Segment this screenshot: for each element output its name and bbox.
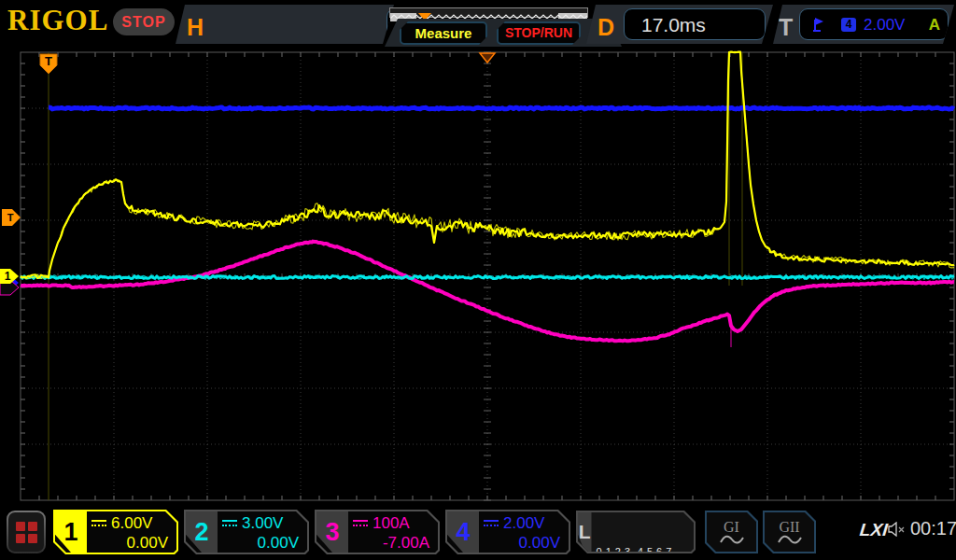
channel-2-scale: 3.00V — [242, 514, 283, 533]
channel-1-offset: 0.00V — [91, 534, 168, 553]
channel-1-number: 1 — [55, 511, 87, 553]
channel-3-number: 3 — [316, 511, 348, 553]
source2-label: GII — [779, 520, 799, 535]
channel-3-offset: -7.00A — [353, 534, 429, 553]
logic-label: L — [578, 512, 592, 552]
dc-coupling-icon — [91, 520, 106, 527]
source2-button[interactable]: GII — [763, 511, 816, 553]
channel-3-scale: 100A — [373, 514, 410, 533]
menu-grid-icon — [16, 522, 37, 543]
logic-analyzer-box[interactable]: L 0 1 2 3 4 5 6 7 8 9 1011 12131415 — [576, 511, 696, 553]
svg-text:1: 1 — [5, 270, 11, 283]
lxi-badge: LXI — [859, 520, 889, 540]
speaker-muted-icon — [888, 522, 907, 537]
trace-ch3 — [21, 242, 954, 342]
menu-button[interactable] — [7, 511, 46, 553]
channel-1-scale: 6.00V — [111, 514, 152, 533]
oscilloscope-screen: { "brand": "RIGOL", "top_bar": { "run_st… — [0, 0, 956, 560]
marker-layer: TT1 — [0, 53, 495, 295]
sine-wave-icon — [778, 535, 802, 545]
source1-button[interactable]: GI — [705, 511, 758, 553]
source1-label: GI — [724, 520, 739, 535]
dc-coupling-icon — [484, 520, 499, 527]
channel-box-4[interactable]: 4 2.00V 0.00V — [445, 510, 570, 554]
clock: 00:17 — [910, 518, 956, 539]
channel-box-3[interactable]: 3 100A -7.00A — [315, 510, 440, 554]
delay-position-marker[interactable] — [480, 53, 495, 63]
svg-text:T: T — [45, 54, 52, 68]
channel-4-offset: 0.00V — [484, 534, 560, 553]
channel-4-scale: 2.00V — [503, 514, 544, 533]
channel-4-number: 4 — [447, 511, 479, 553]
trace-ch4 — [49, 107, 954, 109]
waveform-display: TT1 — [0, 0, 956, 560]
channel-box-1[interactable]: 1 6.00V 0.00V — [53, 510, 178, 554]
channel-box-2[interactable]: 2 3.00V 0.00V — [184, 510, 309, 554]
svg-text:T: T — [7, 212, 14, 223]
sine-wave-icon — [720, 535, 744, 545]
channel-2-number: 2 — [186, 511, 218, 553]
dc-coupling-icon — [222, 520, 237, 527]
dc-coupling-icon — [353, 520, 368, 527]
channel-2-offset: 0.00V — [222, 534, 299, 553]
